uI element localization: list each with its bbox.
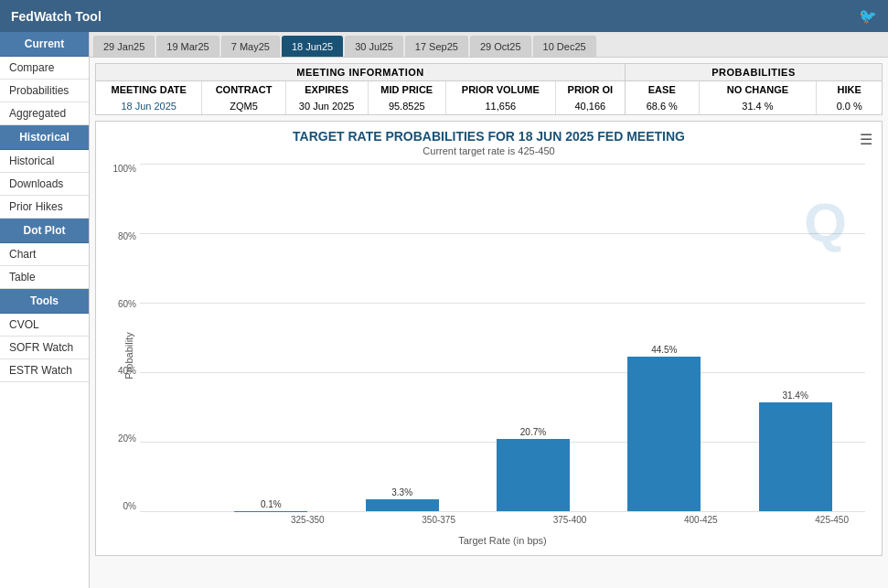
bar-label: 44.5% bbox=[618, 345, 710, 355]
ease-value: 68.6 % bbox=[626, 98, 699, 114]
tab-7may25[interactable]: 7 May25 bbox=[221, 36, 280, 57]
sidebar-item-prior-hikes[interactable]: Prior Hikes bbox=[0, 196, 89, 219]
tab-30jul25[interactable]: 30 Jul25 bbox=[345, 36, 403, 57]
meeting-date-value[interactable]: 18 Jun 2025 bbox=[96, 98, 202, 114]
bar[interactable] bbox=[366, 499, 439, 511]
tab-29oct25[interactable]: 29 Oct25 bbox=[470, 36, 531, 57]
prior-volume-value: 11,656 bbox=[445, 98, 555, 114]
sidebar-item-estr-watch[interactable]: ESTR Watch bbox=[0, 359, 89, 382]
chart-subtitle: Current target rate is 425-450 bbox=[103, 145, 874, 156]
sidebar-item-historical[interactable]: Historical bbox=[0, 150, 89, 173]
meeting-info-panel: MEETING INFORMATION MEETING DATE CONTRAC… bbox=[96, 64, 626, 114]
main-content: 29 Jan25 19 Mar25 7 May25 18 Jun25 30 Ju… bbox=[90, 32, 888, 588]
contract-value: ZQM5 bbox=[202, 98, 285, 114]
sidebar-item-downloads[interactable]: Downloads bbox=[0, 173, 89, 196]
meeting-info-table: MEETING DATE CONTRACT EXPIRES MID PRICE … bbox=[96, 81, 625, 114]
expires-value: 30 Jun 2025 bbox=[285, 98, 368, 114]
no-change-value: 31.4 % bbox=[699, 98, 817, 114]
col-contract: CONTRACT bbox=[202, 81, 285, 98]
x-label: 425-450 bbox=[786, 515, 878, 525]
probabilities-panel: PROBABILITIES EASE NO CHANGE HIKE 68.6 % bbox=[626, 64, 882, 114]
col-no-change: NO CHANGE bbox=[699, 81, 817, 98]
meeting-info-header: MEETING INFORMATION bbox=[96, 64, 625, 81]
bar-label: 3.3% bbox=[357, 487, 448, 497]
grid-line bbox=[140, 164, 865, 165]
mid-price-value: 95.8525 bbox=[368, 98, 445, 114]
bar[interactable] bbox=[497, 439, 570, 511]
sidebar-item-sofr-watch[interactable]: SOFR Watch bbox=[0, 337, 89, 359]
chart-title: TARGET RATE PROBABILITIES FOR 18 JUN 202… bbox=[103, 129, 874, 144]
app-header: FedWatch Tool 🐦 bbox=[0, 0, 888, 32]
probabilities-table: EASE NO CHANGE HIKE 68.6 % 31.4 % 0.0 % bbox=[626, 81, 882, 114]
sidebar-item-aggregated[interactable]: Aggregated bbox=[0, 102, 89, 125]
col-meeting-date: MEETING DATE bbox=[96, 81, 202, 98]
sidebar-item-compare[interactable]: Compare bbox=[0, 57, 89, 80]
col-hike: HIKE bbox=[817, 81, 882, 98]
tab-18jun25[interactable]: 18 Jun25 bbox=[282, 36, 343, 57]
x-label: 375-400 bbox=[524, 515, 615, 525]
watermark: Q bbox=[804, 191, 847, 254]
prior-oi-value: 40,166 bbox=[555, 98, 625, 114]
sidebar-section-dot-plot[interactable]: Dot Plot bbox=[0, 219, 89, 243]
sidebar-section-current[interactable]: Current bbox=[0, 32, 89, 57]
sidebar-section-historical[interactable]: Historical bbox=[0, 125, 89, 150]
col-expires: EXPIRES bbox=[285, 81, 368, 98]
grid-line bbox=[140, 233, 865, 234]
col-prior-volume: PRIOR VOLUME bbox=[445, 81, 555, 98]
bar[interactable] bbox=[759, 402, 832, 511]
x-label: 325-350 bbox=[262, 515, 353, 525]
sidebar-section-tools[interactable]: Tools bbox=[0, 289, 89, 314]
probabilities-header: PROBABILITIES bbox=[626, 64, 882, 81]
chart-container: Probability 100% 80% 60% 40% 20% 0% 0.1%… bbox=[103, 164, 874, 548]
grid-line bbox=[140, 372, 865, 373]
bar-label: 31.4% bbox=[750, 390, 841, 401]
x-label: 400-425 bbox=[655, 515, 746, 525]
tab-29jan25[interactable]: 29 Jan25 bbox=[93, 36, 155, 57]
y-axis: 100% 80% 60% 40% 20% 0% bbox=[103, 164, 140, 511]
tab-bar: 29 Jan25 19 Mar25 7 May25 18 Jun25 30 Ju… bbox=[90, 32, 888, 58]
sidebar-item-probabilities[interactable]: Probabilities bbox=[0, 80, 89, 102]
bar[interactable] bbox=[627, 357, 701, 511]
tab-17sep25[interactable]: 17 Sep25 bbox=[405, 36, 468, 57]
chart-menu-icon[interactable]: ☰ bbox=[860, 131, 872, 148]
chart-section: TARGET RATE PROBABILITIES FOR 18 JUN 202… bbox=[95, 121, 883, 556]
sidebar-item-table[interactable]: Table bbox=[0, 266, 89, 289]
tab-10dec25[interactable]: 10 Dec25 bbox=[533, 36, 596, 57]
app-title: FedWatch Tool bbox=[11, 9, 102, 24]
col-ease: EASE bbox=[626, 81, 699, 98]
hike-value: 0.0 % bbox=[817, 98, 882, 114]
chart-area: 0.1%3.3%20.7%44.5%31.4% bbox=[140, 164, 865, 511]
col-prior-oi: PRIOR OI bbox=[555, 81, 625, 98]
tab-19mar25[interactable]: 19 Mar25 bbox=[156, 36, 219, 57]
col-mid-price: MID PRICE bbox=[368, 81, 445, 98]
sidebar: Current Compare Probabilities Aggregated… bbox=[0, 32, 90, 588]
sidebar-item-cvol[interactable]: CVOL bbox=[0, 314, 89, 337]
twitter-icon[interactable]: 🐦 bbox=[859, 7, 877, 25]
grid-line bbox=[140, 303, 865, 304]
bar-label: 0.1% bbox=[225, 499, 316, 509]
bar-label: 20.7% bbox=[487, 427, 579, 437]
x-label: 350-375 bbox=[393, 515, 485, 525]
sidebar-item-chart[interactable]: Chart bbox=[0, 243, 89, 266]
main-panel: MEETING INFORMATION MEETING DATE CONTRAC… bbox=[90, 58, 888, 588]
x-axis-title: Target Rate (in bps) bbox=[140, 535, 865, 546]
meeting-info-section: MEETING INFORMATION MEETING DATE CONTRAC… bbox=[95, 63, 883, 115]
